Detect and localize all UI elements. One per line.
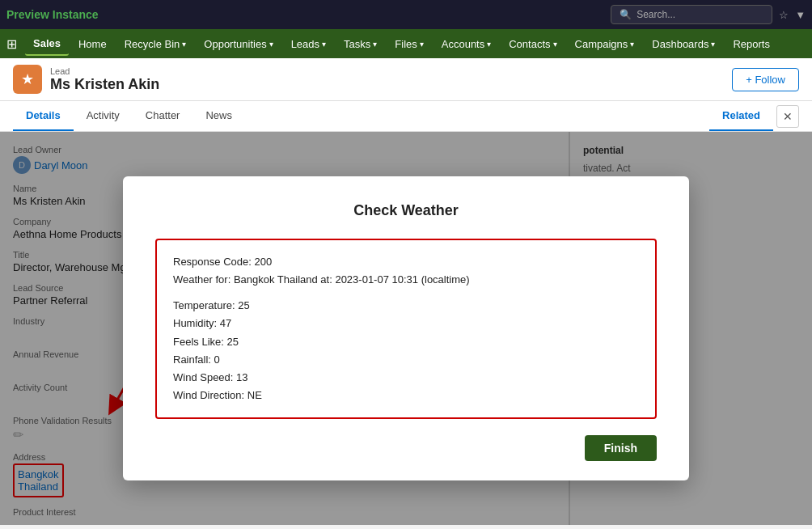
modal-check-weather: Check Weather Response Code: 200 Weather… [123,176,689,480]
weather-feels-like: Feels Like: 25 [173,333,639,351]
nav-item-recycle-bin[interactable]: Recycle Bin ▾ [116,33,195,55]
nav-item-opportunities[interactable]: Opportunities ▾ [196,33,281,55]
grid-icon[interactable]: ⊞ [6,36,17,52]
nav-item-dashboards[interactable]: Dashboards ▾ [644,33,723,55]
tab-activity[interactable]: Activity [74,101,133,131]
close-button[interactable]: ✕ [776,105,799,128]
nav-item-leads[interactable]: Leads ▾ [283,33,334,55]
lead-icon: ★ [13,65,42,94]
tab-details[interactable]: Details [13,101,74,131]
follow-label: + Follow [746,74,785,86]
page-header-left: ★ Lead Ms Kristen Akin [13,65,159,94]
modal-footer: Finish [155,435,657,461]
weather-temperature: Temperature: 25 [173,297,639,315]
main-content: Lead Owner D Daryl Moon Name Ms Kristen … [0,132,812,525]
star-icon[interactable]: ☆ [779,9,789,21]
page-header: ★ Lead Ms Kristen Akin + Follow [0,58,812,101]
tab-news[interactable]: News [192,101,245,131]
follow-button[interactable]: + Follow [732,68,799,91]
weather-for: Weather for: Bangkok Thailand at: 2023-0… [173,271,639,289]
finish-button[interactable]: Finish [585,435,657,461]
tab-right: Related ✕ [709,101,799,131]
nav-item-reports[interactable]: Reports [725,33,778,55]
weather-response-code: Response Code: 200 [173,253,639,271]
nav-item-home[interactable]: Home [70,33,115,55]
nav-item-sales[interactable]: Sales [25,32,69,56]
weather-rainfall: Rainfall: 0 [173,351,639,369]
nav-item-accounts[interactable]: Accounts ▾ [433,33,499,55]
weather-humidity: Humidity: 47 [173,315,639,332]
modal-overlay: Check Weather Response Code: 200 Weather… [0,132,812,525]
nav-item-contacts[interactable]: Contacts ▾ [501,33,565,55]
top-bar: Preview Instance 🔍 Search... ☆ ▼ [0,0,812,29]
page-title: Ms Kristen Akin [50,76,159,93]
breadcrumb: Lead [50,66,159,76]
top-bar-right: ☆ ▼ [779,9,806,21]
app-title: Preview Instance [6,8,604,21]
nav-item-files[interactable]: Files ▾ [387,33,431,55]
search-box[interactable]: 🔍 Search... [611,5,772,24]
weather-wind-speed: Wind Speed: 13 [173,369,639,387]
lead-info: Lead Ms Kristen Akin [50,66,159,93]
tab-related[interactable]: Related [709,101,773,131]
modal-title: Check Weather [155,202,657,219]
nav-bar: ⊞ Sales Home Recycle Bin ▾ Opportunities… [0,29,812,58]
weather-wind-direction: Wind Direction: NE [173,387,639,404]
nav-item-tasks[interactable]: Tasks ▾ [336,33,385,55]
search-icon: 🔍 [620,9,632,20]
tab-chatter[interactable]: Chatter [133,101,193,131]
finish-label: Finish [604,442,637,455]
nav-item-campaigns[interactable]: Campaigns ▾ [567,33,643,55]
menu-icon[interactable]: ▼ [795,9,806,21]
search-placeholder: Search... [636,9,675,20]
tabs-bar: Details Activity Chatter News Related ✕ [0,101,812,132]
weather-data-box: Response Code: 200 Weather for: Bangkok … [155,239,657,419]
